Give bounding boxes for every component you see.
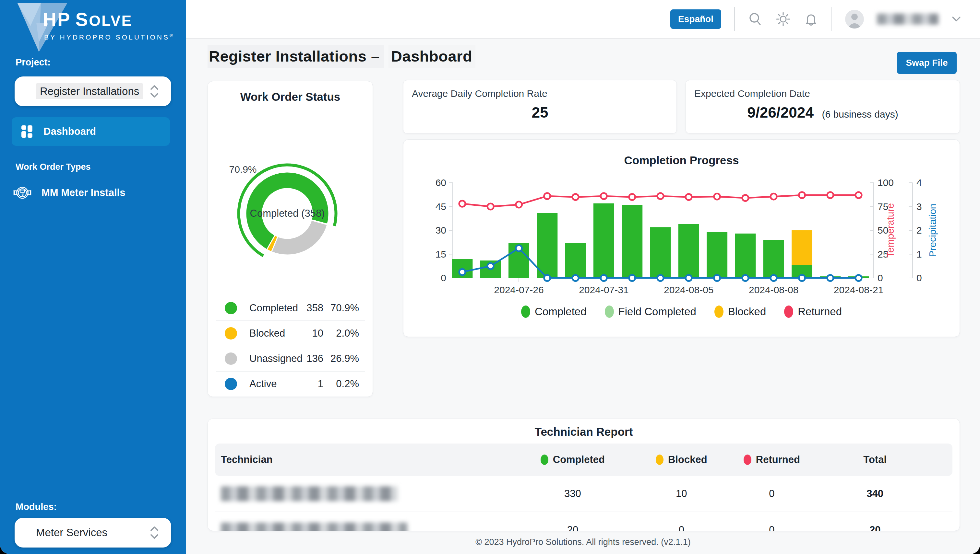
completion-progress-legend: Completed Field Completed Blocked Return…: [404, 306, 959, 318]
chart-legend-item-blocked[interactable]: Blocked: [714, 306, 766, 318]
column-label: Blocked: [668, 454, 707, 466]
language-button[interactable]: Español: [670, 10, 721, 29]
status-dot-icon: [225, 378, 237, 390]
bar-completed: [650, 227, 671, 278]
notifications-bell-icon[interactable]: [804, 11, 819, 27]
technician-table: TechnicianCompletedBlockedReturnedTotal …: [215, 444, 953, 531]
status-dot-icon: [225, 327, 237, 339]
app-window: HPSOLVE BY HYDROPRO SOLUTIONS® Project: …: [0, 0, 980, 554]
footer-copyright: © 2023 HydroPro Solutions. All rights re…: [186, 537, 980, 547]
expected-completion-label: Expected Completion Date: [694, 88, 810, 99]
chart-legend-item-field-completed[interactable]: Field Completed: [605, 306, 696, 318]
modules-select[interactable]: Meter Services: [14, 518, 171, 548]
status-legend-row-active: Active 1 0.2%: [215, 371, 365, 396]
axis-label-precipitation: Precipitation: [927, 204, 938, 257]
svg-text:100: 100: [878, 177, 894, 188]
brand-name: HPSOLVE: [43, 8, 132, 30]
column-header-total: Total: [816, 454, 934, 466]
svg-text:2: 2: [916, 225, 922, 236]
cell-completed: 330: [510, 488, 635, 500]
cell-total: 20: [816, 524, 934, 531]
legend-dot-icon: [521, 306, 530, 318]
status-percent: 26.9%: [327, 353, 359, 365]
column-dot-icon: [656, 455, 664, 465]
project-select-value: Register Installations: [36, 83, 143, 99]
sidebar: HPSOLVE BY HYDROPRO SOLUTIONS® Project: …: [0, 0, 186, 554]
svg-text:0: 0: [878, 272, 883, 283]
svg-text:15: 15: [436, 249, 446, 259]
technician-table-header: TechnicianCompletedBlockedReturnedTotal: [215, 444, 953, 476]
cell-completed: 20: [510, 524, 635, 531]
svg-text:45: 45: [436, 201, 446, 212]
completion-progress-card: Completion Progress 0153045602024-07-262…: [403, 139, 960, 337]
person-icon: [845, 10, 864, 29]
column-label: Completed: [553, 454, 605, 466]
svg-text:0: 0: [441, 272, 446, 283]
bar-blocked: [792, 230, 812, 265]
svg-text:2024-07-26: 2024-07-26: [494, 285, 544, 295]
column-dot-icon: [744, 455, 752, 465]
bar-completed: [537, 213, 557, 278]
bar-completed: [565, 243, 586, 278]
avg-daily-label: Average Daily Completion Rate: [412, 88, 547, 99]
brand-logo: HPSOLVE BY HYDROPRO SOLUTIONS®: [0, 0, 186, 58]
status-count: 358: [294, 302, 323, 314]
status-label: Active: [249, 378, 277, 390]
technician-report-title: Technician Report: [208, 425, 959, 438]
chevron-down-icon[interactable]: [951, 16, 961, 22]
work-order-status-donut-chart: 70.9%Completed (358): [208, 110, 373, 292]
technician-report-card: Technician Report TechnicianCompletedBlo…: [207, 419, 960, 531]
technician-name-blurred: [221, 486, 397, 501]
legend-label: Returned: [798, 306, 842, 318]
svg-text:2024-08-21: 2024-08-21: [834, 285, 883, 295]
svg-text:2024-08-08: 2024-08-08: [749, 285, 798, 295]
legend-dot-icon: [605, 306, 614, 318]
modules-label: Modules:: [16, 501, 57, 512]
svg-text:60: 60: [436, 177, 446, 188]
chart-legend-item-completed[interactable]: Completed: [521, 306, 587, 318]
search-icon[interactable]: [748, 12, 763, 27]
theme-sun-icon[interactable]: [776, 12, 791, 27]
sidebar-item-dashboard[interactable]: Dashboard: [12, 117, 170, 146]
legend-label: Completed: [535, 306, 587, 318]
bar-completed: [707, 232, 727, 278]
technician-name-blurred: [221, 522, 407, 531]
svg-text:30: 30: [436, 225, 446, 236]
project-label: Project:: [16, 57, 51, 68]
column-header-completed: Completed: [510, 454, 635, 466]
legend-dot-icon: [714, 306, 723, 318]
avg-daily-value: 25: [404, 103, 677, 121]
topbar-divider: [734, 7, 735, 31]
sidebar-item-mm-meter-installs[interactable]: MM Meter Installs: [12, 181, 174, 204]
swap-file-button[interactable]: Swap File: [897, 52, 957, 74]
user-name-blurred[interactable]: [877, 14, 939, 25]
column-label: Technician: [221, 454, 273, 466]
avg-daily-completion-card: Average Daily Completion Rate 25: [403, 80, 677, 134]
select-updown-icon: [148, 84, 160, 99]
chart-legend-item-returned[interactable]: Returned: [784, 306, 842, 318]
axis-label-temperature: Temperature: [885, 203, 896, 258]
project-select[interactable]: Register Installations: [14, 76, 171, 106]
brand-tagline: BY HYDROPRO SOLUTIONS®: [44, 33, 174, 41]
modules-select-value: Meter Services: [36, 527, 107, 539]
technician-table-body: 330 10 0 340 20 0 0 20: [215, 476, 953, 531]
dashboard-grid-icon: [21, 126, 33, 138]
column-label: Returned: [756, 454, 800, 466]
select-updown-icon: [148, 525, 160, 540]
work-order-status-title: Work Order Status: [208, 91, 373, 103]
column-label: Total: [863, 454, 887, 466]
main-content: Register Installations – Dashboard Swap …: [186, 39, 980, 554]
avatar[interactable]: [845, 10, 864, 29]
work-order-status-card: Work Order Status 70.9%Completed (358) C…: [207, 81, 373, 397]
bar-completed: [622, 205, 642, 278]
svg-text:3: 3: [916, 201, 922, 212]
status-dot-icon: [225, 352, 237, 365]
topbar-divider: [832, 7, 832, 31]
page-title: Register Installations – Dashboard: [207, 47, 476, 65]
cell-blocked: 0: [635, 524, 727, 531]
cell-returned: 0: [727, 488, 816, 500]
cell-blocked: 10: [635, 488, 727, 500]
bar-completed: [594, 204, 614, 278]
status-legend-row-unassigned: Unassigned 136 26.9%: [215, 346, 365, 371]
status-label: Completed: [249, 302, 298, 314]
